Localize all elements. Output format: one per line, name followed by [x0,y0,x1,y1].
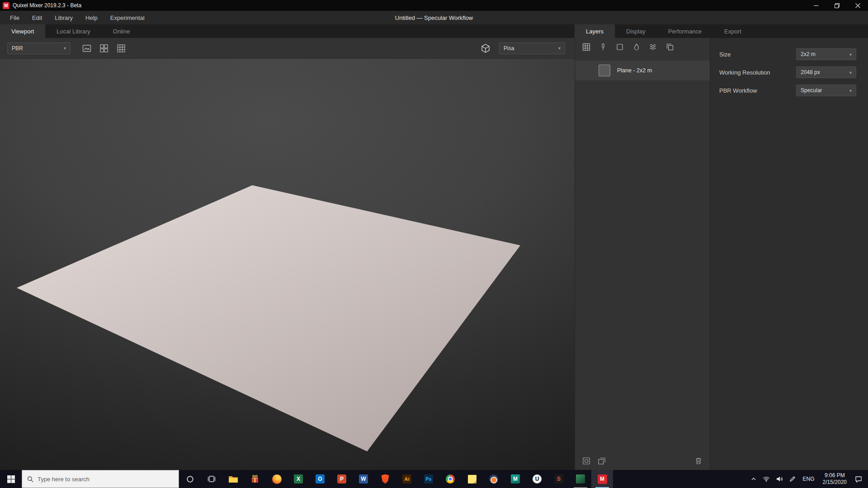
quixel-mixer-icon: M [598,474,607,484]
windows-taskbar: X O P W Ai Ps M U [0,470,868,488]
taskbar-app-excel[interactable]: X [288,470,309,488]
menu-help[interactable]: Help [79,14,104,21]
add-liquid-layer-button[interactable] [632,42,642,52]
photoshop-icon: Ps [424,474,433,483]
tab-export[interactable]: Export [713,24,753,38]
single-view-icon [82,44,91,52]
powerpoint-icon: P [337,474,346,483]
add-paint-layer-button[interactable] [598,42,608,52]
duplicate-layer-button[interactable] [597,456,607,466]
cortana-button[interactable] [179,470,201,488]
view-mode-group [80,42,127,55]
plane-mesh[interactable] [17,185,520,451]
taskbar-app-brave[interactable] [374,470,396,488]
add-solid-layer-button[interactable] [615,42,625,52]
add-group-layer-button[interactable] [665,42,675,52]
taskbar-app-bridge[interactable] [570,470,591,488]
tray-chevron-button[interactable] [748,470,760,488]
restore-button[interactable] [826,0,847,11]
tab-viewport[interactable]: Viewport [0,24,45,38]
waves-icon [649,43,657,51]
size-dropdown[interactable]: 2x2 m ▾ [796,48,856,60]
cortana-icon [186,475,194,483]
content-area: PBR ▾ [0,38,868,470]
taskbar-app-outlook[interactable]: O [309,470,331,488]
single-view-button[interactable] [80,42,93,55]
taskbar-app-maya[interactable]: M [505,470,526,488]
screen: M Quixel Mixer 2019.2.3 - Beta Untitled … [0,0,868,488]
system-tray: ENG 9:06 PM 2/15/2020 [748,470,868,488]
clock[interactable]: 9:06 PM 2/15/2020 [819,470,851,488]
working-resolution-dropdown[interactable]: 2048 px ▾ [796,66,856,78]
add-procedural-layer-button[interactable] [648,42,658,52]
taskbar-app-photoshop[interactable]: Ps [418,470,439,488]
language-indicator[interactable]: ENG [799,470,819,488]
taskbar-search[interactable] [22,470,179,488]
blender-icon [489,474,498,483]
add-surface-layer-button[interactable] [581,42,591,52]
firefox-icon [272,474,282,484]
shading-mode-dropdown[interactable]: PBR ▾ [7,42,71,54]
taskbar-app-mixer[interactable]: M [591,470,613,488]
grid-view-button[interactable] [115,42,127,55]
quad-view-button[interactable] [98,42,110,55]
close-button[interactable] [847,0,868,11]
file-explorer-icon [228,475,238,483]
taskbar-app-file-explorer[interactable] [222,470,244,488]
pbr-workflow-dropdown[interactable]: Specular ▾ [796,84,856,96]
app-logo-icon[interactable]: M [3,2,9,9]
solid-layer-icon [616,43,624,51]
viewport-column: PBR ▾ [0,38,575,470]
taskbar-app-illustrator[interactable]: Ai [396,470,418,488]
delete-layer-button[interactable] [693,456,703,466]
environment-dropdown[interactable]: Pisa ▾ [499,42,565,54]
environment-sphere-button[interactable] [479,42,492,55]
menu-experimental[interactable]: Experimental [104,14,151,21]
layers-bottom-bar [575,452,710,470]
taskbar-app-sticky-notes[interactable] [461,470,483,488]
windows-logo-icon [7,475,15,483]
time-text: 9:06 PM [825,472,845,479]
menu-edit[interactable]: Edit [26,14,48,21]
minimize-button[interactable] [806,0,826,11]
wifi-icon [763,476,770,482]
taskbar-app-unreal[interactable]: U [526,470,548,488]
size-value: 2x2 m [801,51,816,57]
add-mask-button[interactable] [581,456,591,466]
volume-button[interactable] [773,470,786,488]
taskbar-app-firefox[interactable] [266,470,288,488]
brave-icon [381,474,390,484]
menu-file[interactable]: File [4,14,26,21]
tab-local-library[interactable]: Local Library [45,24,101,38]
store-icon [250,474,259,483]
quad-view-icon [100,44,108,52]
pbr-workflow-label: PBR Workflow [719,87,757,94]
layers-panel: Plane - 2x2 m [575,38,710,470]
tab-online[interactable]: Online [102,24,142,38]
tab-performance[interactable]: Performance [657,24,713,38]
taskbar-app-powerpoint[interactable]: P [331,470,353,488]
shading-mode-value: PBR [12,45,23,52]
viewport-3d[interactable] [0,59,575,470]
unreal-engine-icon: U [533,474,542,483]
taskbar-app-word[interactable]: W [353,470,374,488]
start-button[interactable] [0,470,22,488]
sticky-notes-icon [468,475,476,483]
taskbar-app-store[interactable] [244,470,266,488]
taskbar-app-chrome[interactable] [439,470,461,488]
taskbar-app-substance[interactable]: S [548,470,570,488]
taskbar-app-blender[interactable] [483,470,505,488]
network-button[interactable] [760,470,773,488]
tab-layers[interactable]: Layers [575,24,615,38]
layer-row-plane[interactable]: Plane - 2x2 m [575,61,710,80]
windows-ink-button[interactable] [786,470,799,488]
layer-group-icon [666,43,674,51]
chrome-icon [446,474,455,483]
viewport-toolbar: PBR ▾ [0,38,575,59]
chevron-down-icon: ▾ [64,46,66,51]
menu-library[interactable]: Library [48,14,79,21]
search-input[interactable] [38,476,174,483]
action-center-button[interactable] [851,470,868,488]
tab-display[interactable]: Display [615,24,657,38]
task-view-button[interactable] [201,470,222,488]
